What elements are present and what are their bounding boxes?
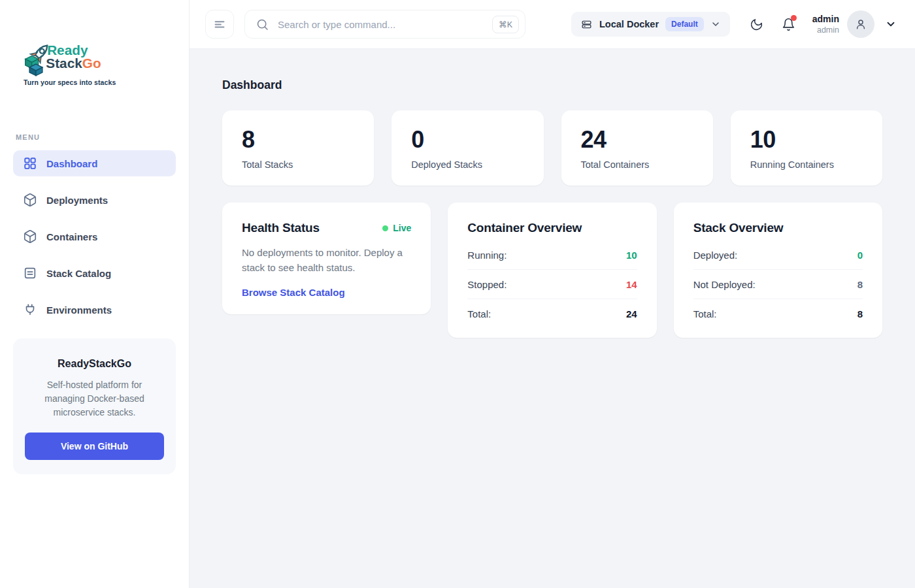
menu-section-label: MENU (16, 133, 176, 141)
stat-value: 0 (411, 128, 524, 152)
chevron-down-icon (710, 19, 721, 29)
user-role: admin (812, 25, 839, 35)
catalog-icon (23, 266, 37, 280)
promo-description: Self-hosted platform for managing Docker… (26, 378, 163, 419)
main-column: ⌘K Local Docker Default (190, 0, 915, 588)
stat-label: Total Containers (581, 159, 693, 170)
promo-title: ReadyStackGo (25, 358, 164, 370)
brand-logo-graphic: Ready StackGo (24, 41, 115, 77)
overview-row-total: Total: 8 (693, 299, 863, 322)
sidebar-item-environments[interactable]: Environments (13, 297, 176, 323)
sidebar-item-dashboard[interactable]: Dashboard (13, 150, 176, 176)
search-icon (256, 18, 269, 31)
row-value: 14 (626, 279, 637, 290)
sidebar-item-label: Deployments (46, 195, 108, 206)
container-overview-card: Container Overview Running: 10 Stopped: … (448, 203, 656, 338)
brand-word-stackgo: StackGo (46, 56, 101, 71)
health-message: No deployments to monitor. Deploy a stac… (242, 246, 411, 275)
topbar: ⌘K Local Docker Default (190, 0, 915, 49)
search-input[interactable] (276, 18, 485, 31)
row-label: Total: (467, 308, 491, 319)
stat-card-deployed-stacks: 0 Deployed Stacks (391, 110, 543, 186)
overview-row-running: Running: 10 (467, 240, 637, 270)
promo-card: ReadyStackGo Self-hosted platform for ma… (13, 338, 176, 474)
moon-icon (748, 16, 765, 33)
keyboard-shortcut-badge: ⌘K (492, 16, 519, 33)
notification-dot (791, 15, 797, 21)
environment-name: Local Docker (599, 19, 659, 29)
health-status-card: Health Status Live No deployments to mon… (222, 203, 431, 314)
brand-logo: Ready StackGo Turn your specs into stack… (24, 41, 176, 86)
stat-card-running-containers: 10 Running Containers (731, 110, 882, 186)
user-name: admin (812, 13, 839, 25)
page-title: Dashboard (222, 78, 882, 92)
stats-row: 8 Total Stacks 0 Deployed Stacks 24 Tota… (222, 110, 882, 186)
chevron-down-icon (885, 18, 897, 30)
sidebar-item-label: Stack Catalog (46, 268, 111, 279)
stat-label: Total Stacks (242, 159, 354, 170)
sidebar-item-deployments[interactable]: Deployments (13, 187, 176, 213)
sidebar-item-stack-catalog[interactable]: Stack Catalog (13, 260, 176, 286)
cube-icon (23, 193, 37, 207)
row-value: 0 (857, 250, 863, 261)
plug-icon (23, 302, 37, 317)
stat-label: Running Containers (750, 159, 863, 170)
sidebar-item-label: Environments (46, 304, 112, 316)
live-status-badge: Live (382, 223, 411, 233)
panel-title: Health Status (242, 221, 320, 235)
live-label: Live (393, 223, 411, 233)
panel-title: Container Overview (467, 221, 582, 235)
sidebar-item-containers[interactable]: Containers (13, 223, 176, 250)
overview-rows: Deployed: 0 Not Deployed: 8 Total: 8 (693, 240, 863, 322)
overview-row-total: Total: 24 (467, 299, 637, 322)
menu-icon (212, 17, 227, 31)
row-label: Running: (467, 250, 507, 261)
overview-row-not-deployed: Not Deployed: 8 (693, 270, 863, 299)
live-dot-icon (382, 225, 388, 231)
stat-value: 10 (750, 128, 863, 152)
server-icon (580, 18, 593, 31)
user-icon (854, 18, 867, 31)
row-label: Stopped: (467, 279, 507, 290)
stat-card-total-stacks: 8 Total Stacks (222, 110, 374, 186)
view-on-github-button[interactable]: View on GitHub (25, 433, 164, 460)
dark-mode-toggle[interactable] (750, 18, 763, 31)
notifications-button[interactable] (782, 18, 795, 31)
environment-selector[interactable]: Local Docker Default (571, 12, 730, 37)
stat-label: Deployed Stacks (411, 159, 524, 170)
stat-value: 8 (242, 128, 354, 152)
overview-rows: Running: 10 Stopped: 14 Total: 24 (467, 240, 637, 322)
cube-icon (23, 229, 37, 244)
avatar[interactable] (847, 10, 874, 38)
row-label: Not Deployed: (693, 279, 756, 290)
grid-icon (23, 156, 37, 171)
row-value: 10 (626, 250, 637, 261)
stack-overview-card: Stack Overview Deployed: 0 Not Deployed:… (674, 203, 882, 338)
overview-row: Health Status Live No deployments to mon… (222, 203, 882, 338)
stat-value: 24 (581, 128, 693, 152)
environment-default-badge: Default (665, 17, 704, 31)
overview-row-stopped: Stopped: 14 (467, 270, 637, 299)
sidebar-nav: Dashboard Deployments Containers (13, 150, 176, 323)
stat-card-total-containers: 24 Total Containers (561, 110, 713, 186)
row-value: 24 (626, 308, 637, 319)
sidebar-item-label: Dashboard (46, 158, 97, 169)
overview-row-deployed: Deployed: 0 (693, 240, 863, 270)
row-value: 8 (857, 279, 863, 290)
brand-tagline: Turn your specs into stacks (24, 78, 176, 86)
sidebar: Ready StackGo Turn your specs into stack… (0, 0, 190, 588)
browse-stack-catalog-link[interactable]: Browse Stack Catalog (242, 287, 345, 298)
sidebar-toggle-button[interactable] (205, 10, 234, 39)
panel-title: Stack Overview (693, 221, 784, 235)
row-label: Deployed: (693, 250, 738, 261)
sidebar-item-label: Containers (46, 231, 97, 242)
command-search[interactable]: ⌘K (244, 10, 525, 39)
row-label: Total: (693, 308, 717, 319)
user-meta: admin admin (812, 13, 839, 35)
row-value: 8 (857, 308, 863, 319)
user-menu-button[interactable] (885, 18, 897, 30)
content-area: Dashboard 8 Total Stacks 0 Deployed Stac… (190, 49, 915, 588)
